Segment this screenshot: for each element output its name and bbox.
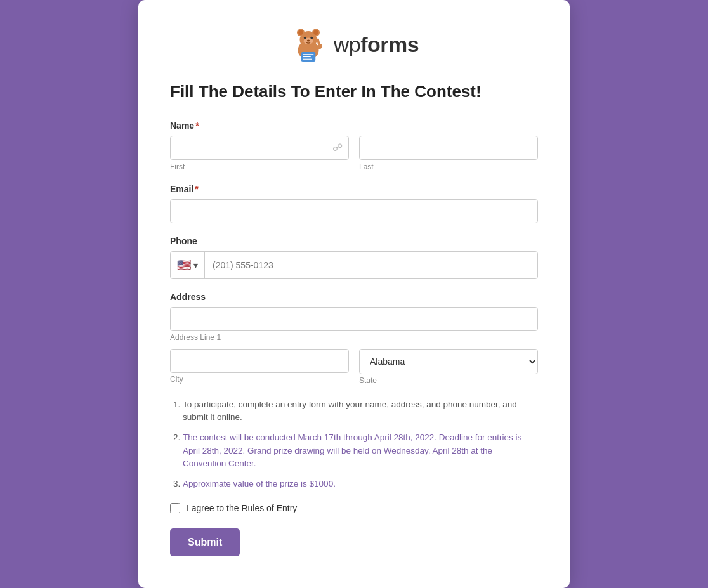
city-col: City xyxy=(170,349,349,386)
phone-row: 🇺🇸 ▾ xyxy=(170,251,538,279)
svg-point-8 xyxy=(310,37,313,39)
agree-checkbox[interactable] xyxy=(170,503,180,513)
logo-text: wpforms xyxy=(334,32,419,57)
address-label: Address xyxy=(170,292,538,302)
state-select[interactable]: AlabamaAlaskaArizonaArkansasCaliforniaCo… xyxy=(359,349,538,374)
first-name-col: ☍ First xyxy=(170,136,349,171)
name-label: Name* xyxy=(170,121,538,131)
email-label: Email* xyxy=(170,184,538,194)
svg-point-9 xyxy=(307,40,310,42)
state-col: AlabamaAlaskaArizonaArkansasCaliforniaCo… xyxy=(359,349,538,386)
address-field-group: Address Address Line 1 City AlabamaAlask… xyxy=(170,292,538,386)
last-name-col: Last xyxy=(359,136,538,171)
svg-point-7 xyxy=(304,37,306,39)
address-line1-sublabel: Address Line 1 xyxy=(170,333,221,342)
phone-field-group: Phone 🇺🇸 ▾ xyxy=(170,236,538,279)
phone-label: Phone xyxy=(170,236,538,246)
city-state-row: City AlabamaAlaskaArizonaArkansasCalifor… xyxy=(170,349,538,386)
rule-item-2: The contest will be conducted March 17th… xyxy=(183,431,538,470)
svg-point-5 xyxy=(313,30,318,36)
state-sublabel: State xyxy=(359,376,377,385)
first-name-sublabel: First xyxy=(170,162,349,171)
last-name-input[interactable] xyxy=(359,136,538,160)
form-title: Fill The Details To Enter In The Contest… xyxy=(170,81,538,103)
email-field-group: Email* xyxy=(170,184,538,223)
name-field-group: Name* ☍ First Last xyxy=(170,121,538,171)
email-input[interactable] xyxy=(170,199,538,223)
rule-item-1: To participate, complete an entry form w… xyxy=(183,398,538,424)
form-card: wpforms Fill The Details To Enter In The… xyxy=(138,0,570,588)
last-name-sublabel: Last xyxy=(359,162,538,171)
phone-dropdown-arrow: ▾ xyxy=(193,260,198,270)
us-flag-icon: 🇺🇸 xyxy=(177,258,191,272)
submit-button[interactable]: Submit xyxy=(170,528,240,556)
phone-input[interactable] xyxy=(205,254,537,277)
first-name-input[interactable] xyxy=(170,136,349,160)
agree-checkbox-label[interactable]: I agree to the Rules of Entry xyxy=(187,503,297,513)
first-name-wrapper: ☍ xyxy=(170,136,349,160)
checkbox-row: I agree to the Rules of Entry xyxy=(170,503,538,513)
logo-area: wpforms xyxy=(170,25,538,63)
rule-item-3: Approximate value of the prize is $1000. xyxy=(183,478,538,490)
wpforms-bear-icon xyxy=(289,25,327,63)
city-input[interactable] xyxy=(170,349,349,373)
city-sublabel: City xyxy=(170,375,183,384)
name-row: ☍ First Last xyxy=(170,136,538,171)
address-line1-input[interactable] xyxy=(170,307,538,331)
rules-list: To participate, complete an entry form w… xyxy=(170,398,538,491)
svg-point-3 xyxy=(298,30,303,36)
phone-country-button[interactable]: 🇺🇸 ▾ xyxy=(171,252,205,278)
